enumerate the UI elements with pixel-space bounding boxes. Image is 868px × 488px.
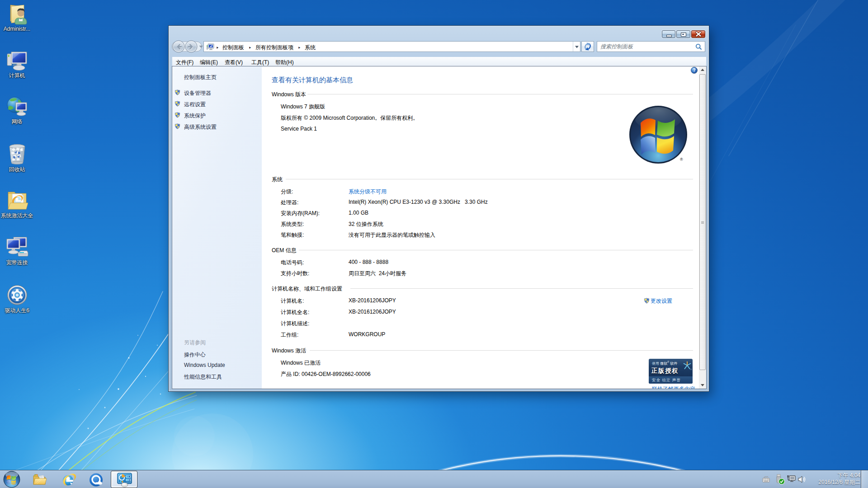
svg-text:®: ®	[680, 157, 683, 162]
svg-text:?: ?	[693, 68, 695, 73]
svg-text:TM: TM	[690, 368, 692, 371]
